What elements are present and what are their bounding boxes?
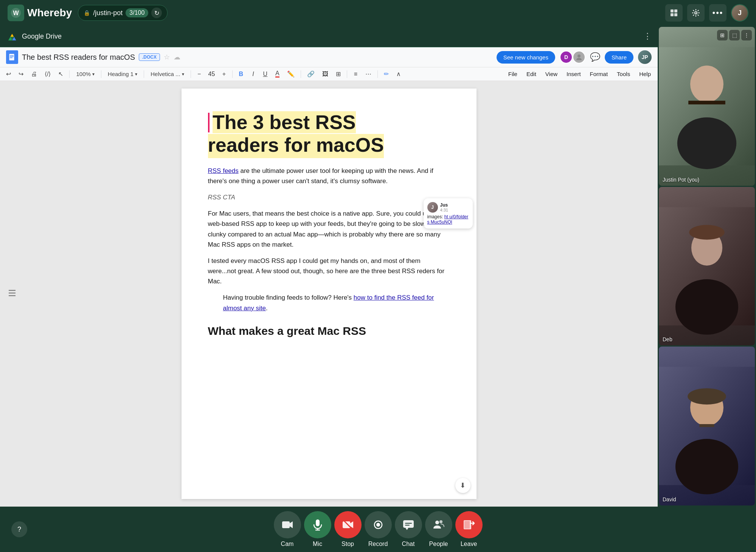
tile-grid-button[interactable]: ⊞ xyxy=(717,30,728,40)
format-cursor-button[interactable]: ↖ xyxy=(55,69,66,79)
text-color-button[interactable]: A xyxy=(272,69,283,79)
link-button[interactable]: 🔗 xyxy=(304,69,318,79)
underline-button[interactable]: U xyxy=(260,69,270,79)
bottom-bar: ? Cam Mic xyxy=(0,507,756,552)
paint-format-button[interactable]: ⟨/⟩ xyxy=(42,69,54,79)
svg-rect-2 xyxy=(671,9,674,12)
justin-video xyxy=(659,27,755,186)
insert-table-button[interactable]: ⊞ xyxy=(333,69,344,79)
svg-rect-29 xyxy=(316,519,320,526)
gdrive-title: Google Drive xyxy=(22,33,62,40)
sidebar-toggle[interactable] xyxy=(8,288,17,299)
svg-rect-7 xyxy=(9,54,14,61)
svg-point-39 xyxy=(435,521,439,524)
leave-control[interactable]: Leave xyxy=(455,511,483,547)
share-button[interactable]: Share xyxy=(605,51,633,64)
record-control[interactable]: Record xyxy=(365,511,392,547)
mic-label: Mic xyxy=(313,541,322,547)
more-format-button[interactable]: ⋯ xyxy=(362,69,374,79)
doc-blockquote: Having trouble finding feeds to follow? … xyxy=(223,292,450,313)
heading-style-dropdown[interactable]: Heading 1 ▾ xyxy=(104,69,141,79)
divider3 xyxy=(144,70,144,78)
cam-label: Cam xyxy=(281,541,294,547)
chat-control[interactable]: Chat xyxy=(395,511,422,547)
menu-tools[interactable]: Tools xyxy=(613,69,634,79)
svg-rect-12 xyxy=(9,290,16,291)
doc-title: The best RSS readers for macOS xyxy=(22,53,135,62)
doc-paragraph-2: For Mac users, that means the best choic… xyxy=(208,208,450,250)
svg-rect-32 xyxy=(343,521,350,528)
grid-view-button[interactable] xyxy=(665,4,683,22)
divider2 xyxy=(101,70,101,78)
redo-button[interactable]: ↪ xyxy=(16,69,26,79)
menu-help[interactable]: Help xyxy=(635,69,655,79)
room-info[interactable]: 🔒 /justin-pot 3/100 ↻ xyxy=(78,5,168,21)
menu-view[interactable]: View xyxy=(542,69,561,79)
image-button[interactable]: 🖼 xyxy=(319,69,331,79)
deb-video xyxy=(659,187,755,346)
help-button[interactable]: ? xyxy=(11,521,27,537)
leave-label: Leave xyxy=(461,541,477,547)
settings-button[interactable] xyxy=(687,4,705,22)
gdrive-logo xyxy=(6,30,18,42)
sidebar-icon xyxy=(8,288,17,299)
svg-rect-28 xyxy=(282,521,290,528)
cam-control[interactable]: Cam xyxy=(274,511,301,547)
comment-button[interactable]: 💬 xyxy=(590,52,600,62)
doc-title-row: The best RSS readers for macOS .DOCX ☆ ☁… xyxy=(0,47,658,67)
menu-file[interactable]: File xyxy=(505,69,521,79)
collab-avatar-d: D xyxy=(560,51,573,64)
svg-point-16 xyxy=(690,65,723,103)
doc-paragraph-3: I tested every macOS RSS app I could get… xyxy=(208,256,450,287)
divider4 xyxy=(191,70,191,78)
download-button[interactable]: ⬇ xyxy=(455,478,470,493)
menu-edit[interactable]: Edit xyxy=(523,69,540,79)
chat-name: Jus xyxy=(440,202,448,208)
main-content: Google Drive ⋮ The best RSS readers xyxy=(0,26,756,507)
font-size-increase[interactable]: + xyxy=(219,69,229,79)
doc-page[interactable]: The 3 best RSS readers for macOS RSS fee… xyxy=(182,89,477,499)
star-button[interactable]: ☆ xyxy=(164,53,170,61)
chat-bubble: J Jus 4:31 images: ht u/0/folders Muc5uN… xyxy=(424,198,473,229)
gdrive-more-button[interactable]: ⋮ xyxy=(643,31,652,41)
menu-format[interactable]: Format xyxy=(586,69,612,79)
see-new-changes-button[interactable]: See new changes xyxy=(497,51,555,64)
refresh-icon[interactable]: ↻ xyxy=(151,8,162,18)
zoom-dropdown[interactable]: 100% ▾ xyxy=(73,69,98,79)
chat-icon xyxy=(395,511,422,538)
align-button[interactable]: ≡ xyxy=(350,69,361,79)
undo-button[interactable]: ↩ xyxy=(3,69,14,79)
rss-feeds-link[interactable]: RSS feeds xyxy=(208,167,239,174)
stop-control[interactable]: Stop xyxy=(334,511,362,547)
tile-screen-button[interactable]: ⬚ xyxy=(729,30,740,40)
logo-icon: W xyxy=(8,5,24,21)
mic-control[interactable]: Mic xyxy=(304,511,331,547)
highlight-button[interactable]: ✏️ xyxy=(284,69,298,79)
collapse-toolbar-button[interactable]: ∧ xyxy=(393,69,404,79)
people-control[interactable]: People xyxy=(425,511,452,547)
bold-button[interactable]: B xyxy=(236,69,246,79)
print-button[interactable]: 🖨 xyxy=(28,69,40,79)
chat-label: Chat xyxy=(402,541,415,547)
doc-body[interactable]: The 3 best RSS readers for macOS RSS fee… xyxy=(0,81,658,507)
font-size-value: 45 xyxy=(206,69,217,79)
doc-main-heading-line1: The 3 best RSS xyxy=(213,111,356,133)
pencil-button[interactable]: ✏ xyxy=(381,69,392,79)
stop-icon xyxy=(334,511,362,538)
tile-more-button[interactable]: ⋮ xyxy=(741,30,752,40)
svg-text:W: W xyxy=(13,10,19,16)
user-avatar: J xyxy=(731,4,748,22)
video-tile-justin: ⊞ ⬚ ⋮ Justin Pot (you) xyxy=(659,27,755,186)
menu-insert[interactable]: Insert xyxy=(563,69,585,79)
more-options-button[interactable]: ••• xyxy=(709,4,727,22)
font-dropdown[interactable]: Helvetica ... ▾ xyxy=(147,69,187,79)
font-size-decrease[interactable]: − xyxy=(194,69,205,79)
svg-point-6 xyxy=(695,12,697,14)
svg-rect-3 xyxy=(674,9,677,12)
svg-rect-42 xyxy=(464,521,470,529)
david-video xyxy=(659,347,755,505)
tile-justin-label: Justin Pot (you) xyxy=(663,177,699,183)
doc-main-heading-line2: readers for macOS xyxy=(208,134,384,158)
svg-rect-36 xyxy=(403,520,414,528)
italic-button[interactable]: I xyxy=(248,69,258,79)
